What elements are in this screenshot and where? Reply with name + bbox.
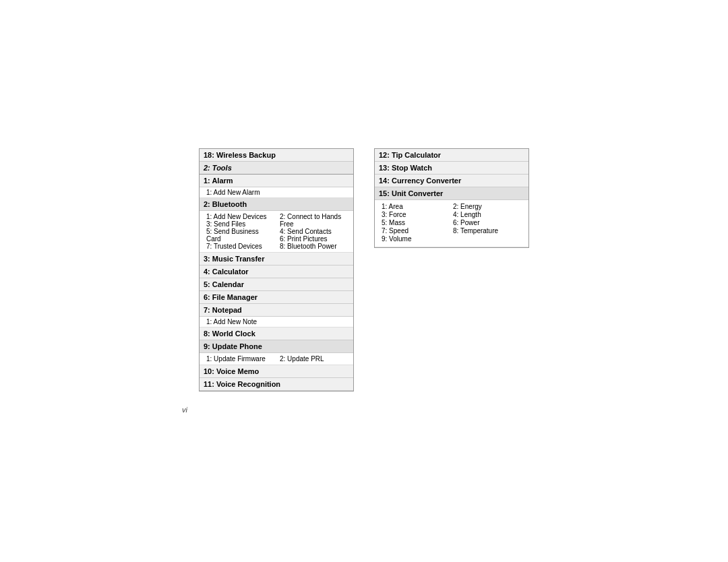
row-notepad-sub: 1: Add New Note: [200, 317, 353, 327]
row-filemanager: 6: File Manager: [200, 291, 353, 304]
page-footer-label: vi: [182, 406, 187, 414]
row-wireless: 18: Wireless Backup: [200, 149, 353, 162]
bt-sub-3: 3: Send Files: [206, 220, 273, 228]
right-table: 12: Tip Calculator 13: Stop Watch 14: Cu…: [374, 148, 529, 248]
unit-sub-9: 9: Volume: [382, 235, 450, 243]
row-calendar: 5: Calendar: [200, 278, 353, 291]
bt-sub-6: 6: Print Pictures: [280, 235, 346, 243]
row-worldclock: 8: World Clock: [200, 327, 353, 340]
row-notepad: 7: Notepad: [200, 304, 353, 317]
row-tipcalc: 12: Tip Calculator: [375, 149, 528, 162]
unit-sub-5: 5: Mass: [382, 219, 450, 226]
unit-sub-3: 3: Force: [382, 211, 450, 218]
bluetooth-subs: 1: Add New Devices 3: Send Files 5: Send…: [200, 211, 353, 253]
update-sub-1: 1: Update Firmware: [206, 355, 273, 363]
row-voicerec: 11: Voice Recognition: [200, 378, 353, 391]
bt-sub-5: 5: Send Business Card: [206, 228, 273, 243]
update-col-left: 1: Update Firmware: [206, 355, 273, 363]
row-alarm-sub: 1: Add New Alarm: [200, 187, 353, 198]
update-phone-subs: 1: Update Firmware 2: Update PRL: [200, 353, 353, 365]
bt-sub-8: 8: Bluetooth Power: [280, 243, 346, 250]
row-tools-header: 2: Tools: [200, 162, 353, 175]
unit-sub-6: 6: Power: [453, 219, 522, 226]
unit-converter-subs: 1: Area 3: Force 5: Mass 7: Speed 9: Vol…: [375, 200, 528, 247]
unit-sub-1: 1: Area: [382, 203, 450, 210]
row-updatephone: 9: Update Phone: [200, 340, 353, 353]
page-container: 18: Wireless Backup 2: Tools 1: Alarm 1:…: [0, 0, 728, 392]
row-voicememo: 10: Voice Memo: [200, 365, 353, 378]
left-table: 18: Wireless Backup 2: Tools 1: Alarm 1:…: [199, 148, 354, 392]
bt-sub-1: 1: Add New Devices: [206, 213, 273, 220]
unit-sub-4: 4: Length: [453, 211, 522, 218]
bt-sub-7: 7: Trusted Devices: [206, 243, 273, 250]
unit-sub-8: 8: Temperature: [453, 227, 522, 235]
row-calculator: 4: Calculator: [200, 266, 353, 278]
bt-sub-2: 2: Connect to Hands Free: [280, 213, 346, 228]
row-currency: 14: Currency Converter: [375, 175, 528, 187]
update-sub-2: 2: Update PRL: [280, 355, 346, 363]
unit-col-right: 2: Energy 4: Length 6: Power 8: Temperat…: [453, 203, 522, 243]
unit-col-left: 1: Area 3: Force 5: Mass 7: Speed 9: Vol…: [382, 203, 450, 243]
unit-sub-7: 7: Speed: [382, 227, 450, 235]
bluetooth-col-right: 2: Connect to Hands Free 4: Send Contact…: [280, 213, 346, 250]
row-alarm: 1: Alarm: [200, 175, 353, 187]
row-unitconv: 15: Unit Converter: [375, 187, 528, 200]
unit-sub-2: 2: Energy: [453, 203, 522, 210]
bluetooth-col-left: 1: Add New Devices 3: Send Files 5: Send…: [206, 213, 273, 250]
row-music: 3: Music Transfer: [200, 253, 353, 266]
row-bluetooth: 2: Bluetooth: [200, 198, 353, 211]
bt-sub-4: 4: Send Contacts: [280, 228, 346, 235]
row-stopwatch: 13: Stop Watch: [375, 162, 528, 175]
update-col-right: 2: Update PRL: [280, 355, 346, 363]
